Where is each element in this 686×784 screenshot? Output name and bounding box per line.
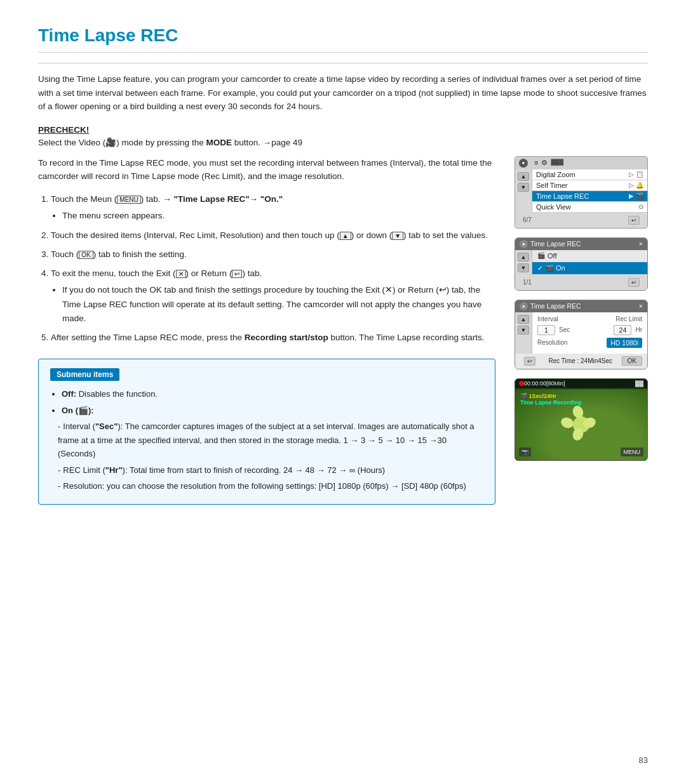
menu-panel-content: ▲ ▼ Digital Zoom ▷ 📋 Self Timer ▷ 🔔 Time…: [515, 169, 647, 213]
menu-nav-up[interactable]: ▲: [518, 172, 529, 181]
menu-row-time-lapse[interactable]: Time Lapse REC ▶ 🎬: [532, 191, 647, 202]
cam-top-bar: 00:00:00 [80Min] ▓▓: [515, 379, 647, 388]
tl-option-on[interactable]: ✓ 🎬 On: [532, 262, 647, 275]
flower-visual: [559, 402, 603, 447]
rec-limit-value-box: 24: [614, 325, 631, 335]
tl-panel-page: 1/1: [519, 278, 535, 286]
tl-on-icon: 🎬: [546, 265, 553, 272]
settings-footer: ↩ Rec Time : 24Min4Sec OK: [515, 354, 647, 369]
tl-on-label: On: [556, 264, 565, 272]
settings-values-row: 1 Sec 24 Hr: [537, 325, 642, 335]
cam-rec-icon: 📷: [519, 448, 531, 456]
time-lapse-label: Time Lapse REC: [536, 192, 626, 200]
tl-panel-title: Time Lapse REC: [530, 240, 581, 248]
menu-row-quick-view[interactable]: Quick View ⊙: [532, 202, 647, 213]
mode-word: MODE: [206, 138, 232, 147]
cam-menu-button[interactable]: MENU: [621, 448, 644, 456]
submenu-title: Submenu items: [50, 368, 119, 381]
settings-nav-up[interactable]: ▲: [518, 315, 529, 324]
tl-check-icon: ✓: [537, 264, 543, 272]
settings-nav-down[interactable]: ▼: [518, 326, 529, 335]
tl-nav-up[interactable]: ▲: [518, 253, 529, 262]
tl-panel-body: ▲ ▼ 🎬 Off ✓ 🎬 On: [515, 250, 647, 275]
exit-icon: ✕: [176, 270, 186, 278]
tl-back-btn[interactable]: ↩: [628, 278, 640, 287]
tl-panel-bottom: 1/1 ↩: [515, 275, 647, 290]
menu-panel-1: ● ≡ ⚙ ▓▓▓ ▲ ▼ Digital Zoom ▷ 📋: [514, 156, 648, 229]
cam-tl-icon-text: 🎬 1Sec/24Hr: [520, 393, 581, 399]
settings-dot-icon: ●: [520, 302, 528, 310]
step-5: After setting the Time Lapse REC mode, p…: [51, 331, 495, 345]
settings-close-btn[interactable]: ×: [639, 302, 643, 310]
steps-list: Touch the Meun (MENU) tab. → "Time Lapse…: [38, 192, 495, 345]
step-3: Touch (OK) tab to finish the setting.: [51, 248, 495, 262]
settings-panel-body: ▲ ▼ Interval Rec Limit 1 Sec: [515, 312, 647, 354]
ok-icon: OK: [79, 251, 93, 259]
digital-zoom-label: Digital Zoom: [536, 171, 626, 178]
settings-resolution-row: Resolution HD 1080i: [537, 338, 642, 348]
cam-time: 00:00:00: [524, 380, 546, 387]
camera-view-panel: 00:00:00 [80Min] ▓▓ 🎬 1Sec/24Hr Time Lap…: [514, 378, 648, 461]
step-1: Touch the Meun (MENU) tab. → "Time Lapse…: [51, 192, 495, 223]
settings-panel: ● Time Lapse REC × ▲ ▼ Interval Rec Limi…: [514, 300, 648, 369]
interval-value-box: 1: [537, 325, 555, 335]
settings-interval-row: Interval Rec Limit: [537, 316, 642, 322]
tl-panel-close[interactable]: ×: [639, 240, 643, 248]
resolution-label: Resolution: [537, 339, 567, 346]
menu-panel-topbar: ● ≡ ⚙ ▓▓▓: [515, 157, 647, 169]
cam-min-label: [80Min]: [546, 380, 565, 387]
quick-view-value: ⊙: [638, 203, 643, 210]
tl-dot-icon: ●: [520, 240, 528, 248]
menu-nav-down[interactable]: ▼: [518, 183, 529, 192]
menu-panel-dot: ●: [519, 159, 528, 168]
tl-off-icon: 🎬: [537, 252, 545, 259]
menu-panel-nav: ▲ ▼: [515, 169, 532, 213]
menu-icon: MENU: [117, 196, 140, 204]
interval-unit: Sec: [559, 326, 570, 333]
time-lapse-value: ▶ 🎬: [629, 192, 643, 199]
menu-panel-page: 6/7: [519, 216, 535, 224]
tl-panel-nav: ▲ ▼: [515, 250, 532, 275]
settings-back-btn[interactable]: ↩: [524, 357, 535, 366]
tl-onoff-panel: ● Time Lapse REC × ▲ ▼ 🎬 Off ✓ 🎬: [514, 237, 648, 291]
cam-tl-label: 🎬 1Sec/24Hr Time Lapse Recording: [520, 393, 581, 406]
settings-panel-title: Time Lapse REC: [530, 302, 581, 310]
step-4-bullets: If you do not touch the OK tab and finis…: [51, 283, 495, 326]
self-timer-value: ▷ 🔔: [629, 182, 643, 189]
title-divider: [38, 63, 648, 63]
page-title: Time Lapse REC: [38, 25, 648, 53]
tl-off-label: Off: [548, 252, 556, 260]
menu-icon-list: ≡: [534, 159, 538, 167]
rec-time-label: Rec Time : 24Min4Sec: [548, 357, 612, 364]
tl-nav-down[interactable]: ▼: [518, 263, 529, 272]
step-2: Touch the desired items (Interval, Rec L…: [51, 229, 495, 243]
tl-panel-header: ● Time Lapse REC ×: [515, 238, 647, 250]
settings-panel-header: ● Time Lapse REC ×: [515, 300, 647, 312]
precheck-label: PRECHECK!: [38, 125, 648, 135]
up-arrow-icon: ▲: [340, 232, 351, 240]
page-number: 83: [639, 755, 648, 765]
page-ref: page 49: [271, 138, 302, 147]
rec-limit-label: Rec Limit: [615, 316, 642, 322]
quick-view-label: Quick View: [536, 203, 636, 211]
rec-limit-unit: Hr: [635, 326, 642, 333]
return-icon-inline: ↩: [439, 285, 447, 295]
settings-panel-nav: ▲ ▼: [515, 312, 532, 354]
interval-label: Interval: [537, 316, 558, 322]
down-arrow-icon: ▼: [392, 232, 403, 240]
rec-dot: [519, 381, 524, 386]
precheck-section: PRECHECK! Select the Video (🎥) mode by p…: [38, 125, 648, 147]
step-1-bullets: The menu screen appears.: [51, 209, 495, 223]
menu-icon-gear: ⚙: [541, 159, 548, 167]
submenu-on: On (🎬):: [62, 404, 483, 417]
submenu-off: Off: Disables the function.: [62, 387, 483, 401]
step-4-bullet-1: If you do not touch the OK tab and finis…: [62, 283, 495, 326]
tl-option-off[interactable]: 🎬 Off: [532, 250, 647, 262]
digital-zoom-value: ▷ 📋: [629, 171, 643, 178]
ok-button[interactable]: OK: [622, 356, 642, 366]
menu-back-btn[interactable]: ↩: [628, 216, 640, 225]
video-icon: 🎥: [105, 138, 116, 147]
settings-content: Interval Rec Limit 1 Sec 24 Hr Res: [532, 312, 647, 354]
menu-row-digital-zoom[interactable]: Digital Zoom ▷ 📋: [532, 169, 647, 180]
menu-row-self-timer[interactable]: Self Timer ▷ 🔔: [532, 180, 647, 191]
